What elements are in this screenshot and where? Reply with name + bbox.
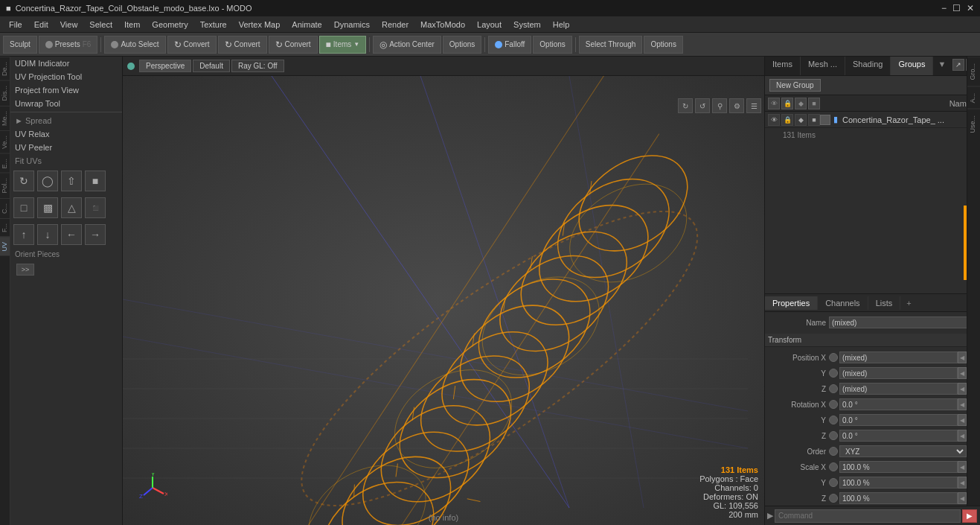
scale-x-input[interactable] [839,461,958,473]
convert-button-2[interactable]: ↻ Convert [218,36,267,54]
right-side-tab-a[interactable]: A... [967,86,980,109]
uv-peeler-item[interactable]: UV Peeler [10,141,122,154]
tab-mesh[interactable]: Mesh ... [801,57,845,75]
tool-icon-7[interactable]: △ [61,197,82,218]
tool-icon-1[interactable]: ↻ [13,171,34,191]
minimize-icon[interactable]: − [941,3,947,13]
render-col-icon[interactable]: ◆ [795,98,807,109]
command-exec-button[interactable]: ▶ [962,509,977,523]
menu-render[interactable]: Render [376,19,414,31]
lock-col-icon[interactable]: 🔒 [781,98,793,109]
window-controls[interactable]: − ☐ ✕ [941,3,974,13]
lvt-ve[interactable]: Ve... [0,130,10,153]
lvt-e[interactable]: E... [0,153,10,174]
rot-z-input[interactable] [839,430,958,442]
maximize-icon[interactable]: ☐ [952,3,961,13]
pos-x-dot[interactable] [829,353,838,362]
items-button[interactable]: ■ Items ▼ [319,36,367,54]
order-dot[interactable] [829,447,838,456]
uv-projection-tool-item[interactable]: UV Projection Tool [10,70,122,83]
options-button-1[interactable]: Options [443,36,481,54]
right-side-tab-use[interactable]: Use... [967,109,980,139]
select-through-options-button[interactable]: Options [644,36,682,54]
tab-groups[interactable]: Groups [891,57,933,75]
order-select[interactable]: XYZ [839,445,967,457]
scale-z-arr-left[interactable]: ◀ [958,492,967,504]
tool-icon-8[interactable]: ◾ [85,197,106,218]
vis-col-icon[interactable]: ■ [808,98,820,109]
menu-texture[interactable]: Texture [194,19,233,31]
scale-x-arr-left[interactable]: ◀ [958,461,967,473]
menu-dynamics[interactable]: Dynamics [328,19,376,31]
group-eye-icon[interactable]: 👁 [768,114,780,126]
menu-view[interactable]: View [54,19,84,31]
viewport[interactable]: Perspective Default Ray GL: Off ↻ ↺ ⚲ ⚙ … [123,57,764,525]
menu-maxtomodo[interactable]: MaxToModo [414,19,471,31]
scale-z-input[interactable] [839,492,958,504]
project-from-view-item[interactable]: Project from View [10,83,122,97]
scale-z-dot[interactable] [829,494,838,503]
spread-item[interactable]: ► Spread [10,114,122,127]
close-icon[interactable]: ✕ [967,3,974,13]
scale-x-dot[interactable] [829,462,838,471]
expand-button[interactable]: >> [16,264,34,276]
scale-y-input[interactable] [839,477,958,489]
arrow-right-icon[interactable]: → [85,224,106,245]
uv-relax-item[interactable]: UV Relax [10,127,122,141]
presets-button[interactable]: Presets F6 [39,36,98,54]
menu-file[interactable]: File [3,19,28,31]
rot-y-arr-left[interactable]: ◀ [958,414,967,426]
props-tab-properties[interactable]: Properties [765,296,818,310]
panel-expand-icon[interactable]: ↗ [952,59,964,71]
tool-icon-4[interactable]: ■ [85,171,106,191]
tab-expand-icon[interactable]: ▼ [933,57,950,75]
viewport-canvas[interactable]: ↻ ↺ ⚲ ⚙ ☰ [123,76,764,525]
menu-layout[interactable]: Layout [471,19,507,31]
scale-y-dot[interactable] [829,478,838,487]
group-row-1[interactable]: 👁 🔒 ◆ ■ ▮ Concertina_Razor_Tape_ ... [765,112,980,128]
auto-select-button[interactable]: Auto Select [104,36,165,54]
group-lock-icon[interactable]: 🔒 [781,114,793,126]
lvt-c[interactable]: C... [0,198,10,218]
props-tab-lists[interactable]: Lists [868,296,901,310]
perspective-btn[interactable]: Perspective [139,60,191,72]
pos-x-input[interactable] [839,351,958,363]
pos-y-input[interactable] [839,367,958,379]
options-button-2[interactable]: Options [533,36,571,54]
menu-select[interactable]: Select [83,19,118,31]
menu-animate[interactable]: Animate [286,19,327,31]
scale-y-arr-left[interactable]: ◀ [958,477,967,489]
arrow-up-icon[interactable]: ↑ [13,224,34,245]
fit-uvs-item[interactable]: Fit UVs [10,154,122,168]
lvt-uv[interactable]: UV [0,237,10,256]
menu-help[interactable]: Help [547,19,576,31]
sculpt-button[interactable]: Sculpt [3,36,37,54]
group-render-icon[interactable]: ◆ [795,114,807,126]
default-btn[interactable]: Default [193,60,230,72]
arrow-left-icon[interactable]: ← [61,224,82,245]
tab-items[interactable]: Items [765,57,801,75]
menu-geometry[interactable]: Geometry [146,19,193,31]
eye-col-icon[interactable]: 👁 [768,98,780,109]
tool-icon-2[interactable]: ◯ [37,171,58,191]
pos-x-arr-left[interactable]: ◀ [958,351,967,363]
command-input[interactable] [775,509,961,523]
rot-x-arr-left[interactable]: ◀ [958,398,967,410]
group-checkbox[interactable] [820,115,830,125]
unwrap-tool-item[interactable]: Unwrap Tool [10,97,122,110]
falloff-button[interactable]: Falloff [488,36,531,54]
rot-z-arr-left[interactable]: ◀ [958,430,967,442]
udim-indicator-item[interactable]: UDIM Indicator [10,57,122,70]
tool-icon-5[interactable]: □ [13,197,34,218]
menu-item[interactable]: Item [118,19,146,31]
action-center-button[interactable]: ◎ Action Center [373,36,441,54]
arrow-down-icon[interactable]: ↓ [37,224,58,245]
lvt-f[interactable]: F... [0,218,10,237]
pos-z-input[interactable] [839,383,958,395]
menu-system[interactable]: System [507,19,547,31]
pos-z-dot[interactable] [829,384,838,393]
pos-y-dot[interactable] [829,369,838,378]
select-through-button[interactable]: Select Through [579,36,643,54]
props-plus-button[interactable]: + [900,296,917,310]
menu-edit[interactable]: Edit [28,19,54,31]
